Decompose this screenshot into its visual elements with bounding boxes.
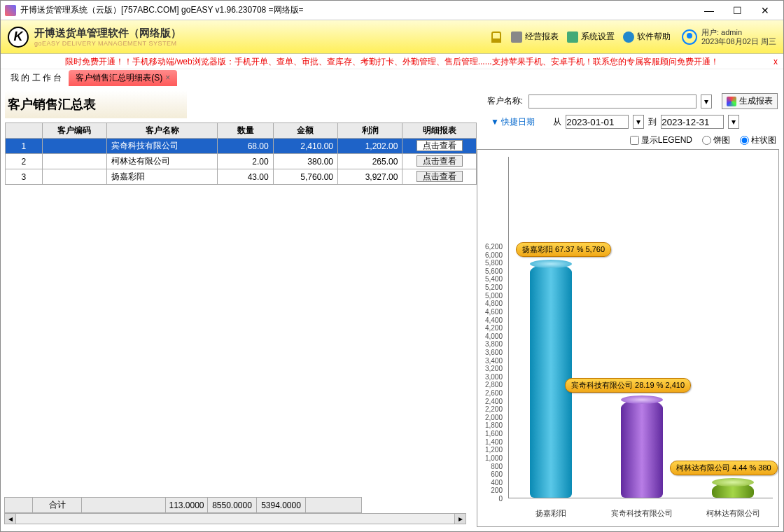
close-button[interactable]: ✕: [751, 5, 779, 16]
tab-close-icon[interactable]: ×: [165, 73, 170, 83]
date-from-input[interactable]: [566, 115, 629, 129]
to-label: 到: [648, 116, 657, 128]
menu-report[interactable]: 经营报表: [511, 31, 559, 43]
app-header: K 开博送货单管理软件（网络版） goEASY DELIVERY MANAGEM…: [1, 20, 783, 54]
col-detail[interactable]: 明细报表: [402, 123, 477, 139]
total-label: 合计: [33, 498, 82, 513]
tab-workspace[interactable]: 我 的 工 作 台: [4, 70, 69, 86]
window-titlebar: 开博送货管理系统（云版）[757ABC.COM] goEASY v1.96.23…: [1, 1, 783, 20]
scroll-right-icon[interactable]: ▸: [454, 514, 465, 524]
date-from-drop-icon[interactable]: ▾: [633, 115, 644, 129]
user-name: 用户: admin: [701, 28, 776, 37]
menu-settings[interactable]: 系统设置: [567, 31, 615, 43]
app-icon: [5, 5, 16, 16]
filter-bar: 客户名称: ▾ 生成报表: [477, 90, 779, 112]
sales-table: 客户编码 客户名称 数量 金额 利润 明细报表 1 宾奇科技有限公司 68.00…: [5, 122, 477, 185]
dropdown-icon[interactable]: ▾: [701, 94, 712, 108]
bar-2: [621, 400, 663, 498]
total-qty: 113.0000: [166, 498, 208, 513]
chart-type-pie[interactable]: 饼图: [702, 134, 730, 146]
report-gen-icon: [727, 97, 736, 106]
bar-label-2: 宾奇科技有限公司 28.19 % 2,410: [565, 378, 691, 393]
col-amt[interactable]: 金额: [273, 123, 337, 139]
table-row[interactable]: 1 宾奇科技有限公司 68.002,410.00 1,202.00 点击查看: [6, 139, 477, 154]
x-label-3: 柯林达有限公司: [691, 508, 775, 519]
col-name[interactable]: 客户名称: [107, 123, 218, 139]
from-label: 从: [553, 116, 561, 128]
minimize-button[interactable]: —: [695, 5, 723, 16]
bar-label-3: 柯林达有限公司 4.44 % 380: [670, 461, 778, 475]
h-scrollbar[interactable]: ◂ ▸: [4, 513, 466, 524]
scroll-left-icon[interactable]: ◂: [5, 514, 16, 524]
logo-text: 开博送货单管理软件（网络版） goEASY DELIVERY MANAGEMEN…: [34, 27, 181, 47]
generate-report-button[interactable]: 生成报表: [722, 93, 778, 109]
x-label-1: 扬嘉彩阳: [509, 508, 593, 519]
col-profit[interactable]: 利润: [338, 123, 402, 139]
bar-label-1: 扬嘉彩阳 67.37 % 5,760: [516, 242, 611, 257]
current-date: 2023年08月02日 周三: [701, 37, 776, 46]
total-profit: 5394.0000: [257, 498, 306, 513]
notice-close[interactable]: x: [774, 54, 778, 69]
report-icon: [511, 31, 522, 43]
tab-customer-sales[interactable]: 客户销售汇总明细表(S)×: [69, 70, 177, 86]
chart-controls: 显示LEGEND 饼图 柱状图: [477, 132, 779, 148]
chart-type-bar[interactable]: 柱状图: [740, 134, 776, 146]
settings-icon: [567, 31, 578, 43]
y-axis: 02004006008001,0001,2001,4001,6001,8002,…: [477, 157, 505, 498]
customer-name-combo[interactable]: [528, 94, 696, 108]
table-row[interactable]: 2 柯林达有限公司 2.00380.00 265.00 点击查看: [6, 154, 477, 169]
brand-en: goEASY DELIVERY MANAGEMENT SYSTEM: [34, 40, 181, 47]
date-to-input[interactable]: [661, 115, 724, 129]
logo-icon: K: [8, 27, 29, 48]
show-legend-checkbox[interactable]: 显示LEGEND: [630, 134, 692, 146]
quick-date-dropdown[interactable]: ▼ 快捷日期: [491, 116, 535, 128]
detail-button[interactable]: 点击查看: [416, 171, 463, 182]
date-to-drop-icon[interactable]: ▾: [728, 115, 739, 129]
date-filter-bar: ▼ 快捷日期 从 ▾ 到 ▾: [477, 112, 779, 132]
bar-3: [712, 482, 754, 498]
lock-icon[interactable]: [491, 31, 501, 43]
window-title: 开博送货管理系统（云版）[757ABC.COM] goEASY v1.96.23…: [20, 4, 695, 16]
brand-cn: 开博送货单管理软件（网络版）: [34, 27, 181, 40]
table-row[interactable]: 3 扬嘉彩阳 43.005,760.00 3,927.00 点击查看: [6, 169, 477, 185]
customer-name-label: 客户名称:: [487, 95, 523, 107]
bar-chart: 02004006008001,0001,2001,4001,6001,8002,…: [477, 149, 779, 527]
detail-button[interactable]: 点击查看: [416, 140, 463, 151]
user-info: 用户: admin 2023年08月02日 周三: [682, 28, 776, 46]
table-footer: 合计 113.0000 8550.0000 5394.0000 ◂ ▸: [4, 497, 466, 524]
plot-area: 扬嘉彩阳 67.37 % 5,760 宾奇科技有限公司 28.19 % 2,41…: [508, 157, 773, 498]
notice-text: 限时免费开通！！手机移动端/web浏览器版：手机开单、查单、审批、查库存、考勤打…: [65, 57, 718, 66]
help-icon: [623, 31, 634, 43]
maximize-button[interactable]: ☐: [723, 5, 751, 16]
col-code[interactable]: 客户编码: [42, 123, 106, 139]
total-amt: 8550.0000: [208, 498, 257, 513]
menu-help[interactable]: 软件帮助: [623, 31, 671, 43]
detail-button[interactable]: 点击查看: [416, 155, 463, 167]
notice-bar: 限时免费开通！！手机移动端/web浏览器版：手机开单、查单、审批、查库存、考勤打…: [1, 54, 783, 69]
x-label-2: 宾奇科技有限公司: [600, 508, 684, 519]
document-tabs: 我 的 工 作 台 客户销售汇总明细表(S)×: [1, 69, 783, 86]
user-avatar-icon: [682, 29, 697, 45]
col-qty[interactable]: 数量: [218, 123, 273, 139]
page-title: 客户销售汇总表: [5, 90, 187, 118]
